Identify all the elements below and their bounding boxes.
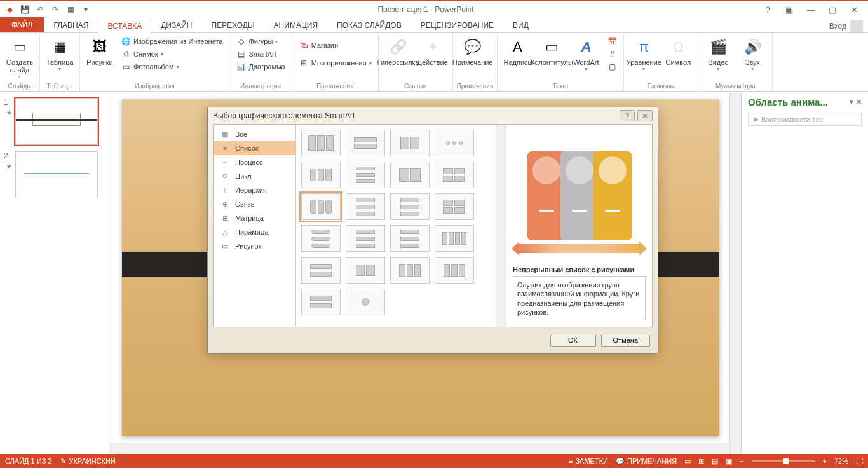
- layout-option[interactable]: [435, 225, 474, 252]
- layout-option[interactable]: [435, 130, 474, 156]
- zoom-in-icon[interactable]: +: [823, 457, 827, 465]
- tab-view[interactable]: ВИД: [503, 17, 538, 32]
- screenshot-button[interactable]: ⎙Снимок ▾: [118, 48, 225, 60]
- file-tab[interactable]: ФАЙЛ: [0, 17, 44, 32]
- shapes-button[interactable]: ◇Фигуры ▾: [233, 36, 287, 47]
- dialog-close-icon[interactable]: ✕: [637, 110, 653, 121]
- comments-button[interactable]: 💬ПРИМЕЧАНИЯ: [616, 457, 677, 465]
- slide-thumbnail-1[interactable]: [15, 98, 98, 145]
- layout-option[interactable]: [390, 193, 430, 220]
- online-pictures-button[interactable]: 🌐Изображения из Интернета: [118, 36, 225, 47]
- tab-design[interactable]: ДИЗАЙН: [151, 17, 201, 32]
- layout-option[interactable]: [346, 257, 385, 284]
- maximize-icon[interactable]: ▢: [824, 2, 841, 17]
- chart-button[interactable]: 📊Диаграмма: [233, 61, 287, 72]
- my-apps-button[interactable]: ⊞Мои приложения ▾: [296, 57, 374, 69]
- category-pyramid[interactable]: △Пирамида: [214, 225, 295, 239]
- textbox-button[interactable]: A Надпись: [501, 36, 533, 67]
- slide-thumbnail-2[interactable]: [15, 151, 98, 198]
- cancel-button[interactable]: Отмена: [601, 334, 650, 347]
- category-matrix[interactable]: ⊞Матрица: [214, 211, 295, 225]
- pane-close-icon[interactable]: ✕: [856, 98, 862, 106]
- headerfooter-button[interactable]: ▭ Колонтитулы: [536, 36, 567, 67]
- redo-icon[interactable]: ↷: [48, 3, 62, 17]
- slide-counter[interactable]: СЛАЙД 1 ИЗ 2: [5, 457, 51, 465]
- minimize-icon[interactable]: —: [802, 2, 820, 17]
- app-icon[interactable]: ◆: [3, 3, 17, 17]
- table-button[interactable]: ▦ Таблица ▾: [44, 36, 76, 73]
- qat-customize-icon[interactable]: ▾: [79, 3, 93, 17]
- layout-option[interactable]: [346, 289, 385, 315]
- layout-option[interactable]: [301, 225, 341, 252]
- layout-option-selected[interactable]: [301, 193, 341, 220]
- start-from-beginning-icon[interactable]: ▦: [64, 3, 78, 17]
- smartart-button[interactable]: ▤SmartArt: [233, 48, 287, 60]
- language-indicator[interactable]: ✎УКРАИНСКИЙ: [60, 457, 115, 465]
- object-button[interactable]: ▢: [604, 61, 620, 72]
- category-process[interactable]: →Процесс: [214, 155, 295, 169]
- category-all[interactable]: ▦Все: [214, 127, 295, 141]
- close-icon[interactable]: ✕: [845, 2, 863, 17]
- reading-view-icon[interactable]: ▤: [712, 457, 718, 465]
- pictures-button[interactable]: 🖼 Рисунки: [84, 36, 116, 67]
- layout-option[interactable]: [390, 162, 430, 188]
- layout-option[interactable]: [301, 130, 341, 156]
- video-button[interactable]: 🎬 Видео ▾: [702, 36, 734, 73]
- date-button[interactable]: 📅: [604, 36, 620, 47]
- zoom-slider[interactable]: [752, 460, 815, 462]
- vertical-scrollbar[interactable]: [729, 93, 741, 454]
- tab-review[interactable]: РЕЦЕНЗИРОВАНИЕ: [411, 17, 503, 32]
- notes-button[interactable]: ≡ЗАМЕТКИ: [569, 457, 608, 465]
- equation-button[interactable]: π Уравнение ▾: [628, 36, 660, 73]
- audio-button[interactable]: 🔊 Звук ▾: [736, 36, 768, 73]
- layout-option[interactable]: [301, 162, 341, 188]
- layout-option[interactable]: [390, 130, 430, 156]
- help-icon[interactable]: ?: [759, 2, 776, 17]
- category-relationship[interactable]: ⊕Связь: [214, 197, 295, 211]
- play-all-button[interactable]: ▶ Воспроизвести все: [748, 113, 862, 126]
- slideshow-view-icon[interactable]: ▣: [726, 457, 732, 465]
- tab-home[interactable]: ГЛАВНАЯ: [44, 17, 98, 32]
- tab-transitions[interactable]: ПЕРЕХОДЫ: [202, 17, 264, 32]
- undo-icon[interactable]: ↶: [33, 3, 47, 17]
- gallery-scrollbar[interactable]: [496, 125, 506, 327]
- normal-view-icon[interactable]: ▭: [684, 457, 691, 465]
- sorter-view-icon[interactable]: ⊞: [698, 457, 704, 465]
- layout-option[interactable]: [435, 193, 474, 220]
- layout-option[interactable]: [435, 162, 474, 188]
- layout-option[interactable]: [301, 257, 341, 284]
- layout-option[interactable]: [346, 162, 385, 188]
- ok-button[interactable]: ОК: [550, 334, 596, 347]
- layout-option[interactable]: [390, 257, 430, 284]
- tab-animations[interactable]: АНИМАЦИЯ: [264, 17, 327, 32]
- layout-option[interactable]: [346, 130, 385, 156]
- new-slide-button[interactable]: ▭ Создать слайд ▾: [4, 36, 36, 81]
- comment-button[interactable]: 💬 Примечание: [457, 36, 489, 67]
- photo-album-button[interactable]: ▭Фотоальбом ▾: [118, 61, 225, 72]
- slide-number-button[interactable]: #: [604, 48, 620, 60]
- signin-link[interactable]: Вход: [829, 22, 846, 31]
- category-cycle[interactable]: ⟳Цикл: [214, 169, 295, 183]
- store-button[interactable]: 🛍Магазин: [296, 39, 374, 51]
- save-icon[interactable]: 💾: [18, 3, 32, 17]
- pane-menu-icon[interactable]: ▾: [850, 98, 853, 106]
- zoom-level[interactable]: 72%: [834, 457, 848, 465]
- layout-option[interactable]: [301, 289, 341, 315]
- layout-option[interactable]: [435, 257, 474, 284]
- layout-option[interactable]: [390, 225, 430, 252]
- thumbnail-row[interactable]: 2 ★: [4, 151, 105, 198]
- tab-insert[interactable]: ВСТАВКА: [98, 18, 151, 33]
- horizontal-scrollbar[interactable]: [109, 443, 729, 454]
- dialog-titlebar[interactable]: Выбор графического элемента SmartArt ? ✕: [208, 107, 658, 124]
- wordart-button[interactable]: A WordArt ▾: [570, 36, 602, 73]
- tab-slideshow[interactable]: ПОКАЗ СЛАЙДОВ: [327, 17, 411, 32]
- zoom-out-icon[interactable]: −: [740, 457, 743, 465]
- dialog-help-icon[interactable]: ?: [620, 110, 635, 121]
- category-picture[interactable]: ▭Рисунок: [214, 239, 295, 253]
- layout-option[interactable]: [346, 193, 385, 220]
- ribbon-options-icon[interactable]: ▣: [780, 2, 798, 17]
- fit-to-window-icon[interactable]: ⛶: [856, 457, 863, 465]
- thumbnail-row[interactable]: 1 ★: [4, 98, 105, 145]
- category-list-item[interactable]: ≡Список: [214, 141, 295, 155]
- layout-option[interactable]: [346, 225, 385, 252]
